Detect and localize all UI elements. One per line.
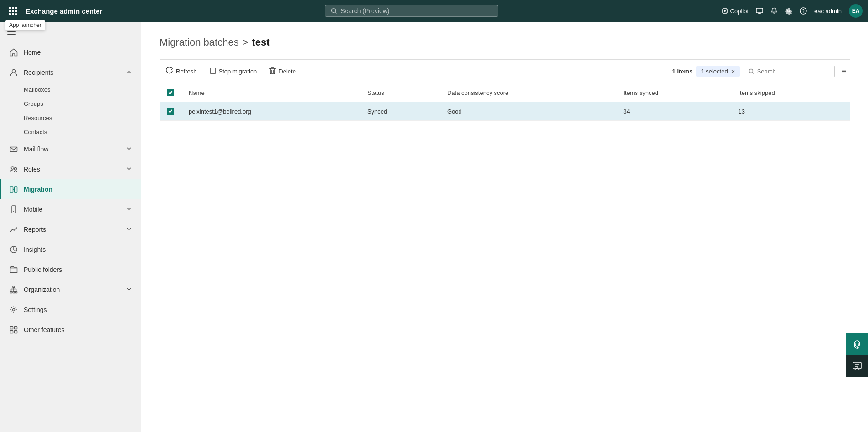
svg-rect-26 [12, 206, 16, 213]
svg-rect-31 [13, 286, 15, 288]
settings-nav-icon [9, 305, 18, 314]
sidebar-item-groups[interactable]: Groups [24, 97, 141, 111]
person-icon [9, 68, 18, 77]
home-icon [9, 48, 18, 57]
sidebar-item-label-other-features: Other features [24, 326, 132, 333]
avatar[interactable]: EA [849, 4, 863, 18]
row-name: peixintest1@bellred.org [181, 102, 360, 121]
gear-icon [785, 7, 792, 15]
sidebar-item-home[interactable]: Home [0, 42, 141, 62]
sidebar-item-label-migration: Migration [24, 186, 132, 193]
svg-rect-32 [10, 292, 12, 293]
row-items-synced: 34 [616, 102, 731, 121]
stop-migration-button[interactable]: Stop migration [203, 65, 264, 78]
svg-rect-2 [15, 7, 17, 9]
sidebar-item-mobile[interactable]: Mobile [0, 199, 141, 219]
sidebar: Home Recipients Mailboxes Groups Resourc… [0, 22, 141, 432]
chevron-up-icon [126, 69, 132, 76]
svg-rect-4 [12, 10, 14, 12]
app-launcher-button[interactable]: App launcher [5, 4, 20, 18]
svg-rect-51 [857, 347, 858, 348]
sidebar-item-migration[interactable]: Migration [0, 179, 141, 199]
search-box [744, 66, 835, 77]
mail-icon [9, 145, 18, 154]
col-header-items-skipped[interactable]: Items skipped [731, 83, 850, 102]
svg-point-40 [13, 309, 15, 311]
sidebar-item-label-mail-flow: Mail flow [24, 146, 121, 153]
breadcrumb-separator: > [243, 36, 248, 48]
help-button[interactable]: ? [800, 7, 807, 15]
col-header-status[interactable]: Status [360, 83, 440, 102]
sidebar-item-label-home: Home [24, 49, 132, 56]
svg-point-22 [11, 167, 14, 169]
recipients-submenu: Mailboxes Groups Resources Contacts [0, 83, 141, 139]
migration-icon [9, 185, 18, 194]
sidebar-item-settings[interactable]: Settings [0, 300, 141, 320]
table-search-input[interactable] [757, 68, 821, 75]
data-table: Name Status Data consistency score Items… [160, 83, 850, 121]
row-checkbox-cell[interactable] [160, 102, 181, 121]
svg-rect-43 [10, 331, 13, 333]
search-icon [331, 8, 337, 14]
content-area: Migration batches > test Refresh [141, 22, 868, 432]
chevron-down-icon-roles [126, 166, 132, 173]
row-checkbox[interactable] [167, 108, 174, 115]
delete-icon [269, 67, 276, 76]
sidebar-item-contacts[interactable]: Contacts [24, 125, 141, 139]
sidebar-item-mail-flow[interactable]: Mail flow [0, 139, 141, 159]
sidebar-item-insights[interactable]: Insights [0, 239, 141, 260]
copilot-icon [721, 7, 728, 15]
sidebar-item-resources[interactable]: Resources [24, 111, 141, 125]
sidebar-item-roles[interactable]: Roles [0, 159, 141, 179]
row-checkmark-icon [168, 109, 173, 114]
breadcrumb: Migration batches > test [160, 36, 850, 48]
col-header-name[interactable]: Name [181, 83, 360, 102]
sidebar-item-recipients[interactable]: Recipients [0, 62, 141, 83]
chat-icon [852, 361, 862, 371]
select-all-header[interactable] [160, 83, 181, 102]
delete-label: Delete [279, 68, 296, 75]
svg-line-30 [14, 250, 15, 251]
filter-button[interactable]: ≡ [838, 66, 850, 78]
svg-rect-0 [9, 7, 11, 9]
sidebar-item-label-public-folders: Public folders [24, 266, 132, 273]
reports-icon [9, 225, 18, 234]
sidebar-item-organization[interactable]: Organization [0, 280, 141, 300]
data-table-wrapper: Name Status Data consistency score Items… [160, 83, 850, 121]
support-button[interactable] [846, 333, 868, 355]
organization-icon [9, 285, 18, 294]
chevron-down-icon-reports [126, 226, 132, 233]
chevron-down-icon-mobile [126, 206, 132, 213]
sidebar-item-other-features[interactable]: Other features [0, 320, 141, 340]
svg-rect-18 [7, 31, 16, 32]
refresh-icon [166, 67, 173, 76]
select-all-checkbox[interactable] [167, 89, 174, 96]
svg-rect-5 [15, 10, 17, 12]
items-count: 1 Items [672, 68, 693, 75]
notifications-button[interactable] [770, 7, 778, 15]
col-header-data-consistency[interactable]: Data consistency score [440, 83, 616, 102]
side-actions-panel [846, 333, 868, 377]
delete-button[interactable]: Delete [263, 64, 302, 78]
table-row[interactable]: peixintest1@bellred.org Synced Good 34 1… [160, 102, 850, 121]
copilot-button[interactable]: Copilot [721, 7, 749, 15]
bell-icon [770, 7, 778, 15]
sidebar-item-label-roles: Roles [24, 166, 121, 173]
stop-migration-label: Stop migration [219, 68, 257, 75]
help-icon: ? [800, 7, 807, 15]
col-header-items-synced[interactable]: Items synced [616, 83, 731, 102]
global-search-input[interactable] [341, 7, 492, 15]
sidebar-item-mailboxes[interactable]: Mailboxes [24, 83, 141, 97]
svg-point-23 [15, 168, 17, 170]
settings-button[interactable] [785, 7, 792, 15]
breadcrumb-parent[interactable]: Migration batches [160, 36, 239, 48]
svg-point-11 [724, 10, 726, 12]
sidebar-item-public-folders[interactable]: Public folders [0, 260, 141, 280]
refresh-button[interactable]: Refresh [160, 64, 203, 78]
sidebar-item-reports[interactable]: Reports [0, 219, 141, 239]
svg-point-20 [12, 70, 16, 73]
screen-button[interactable] [756, 7, 763, 15]
headset-icon [852, 339, 862, 349]
chat-button[interactable] [846, 355, 868, 377]
clear-selection-button[interactable]: ✕ [731, 68, 735, 75]
